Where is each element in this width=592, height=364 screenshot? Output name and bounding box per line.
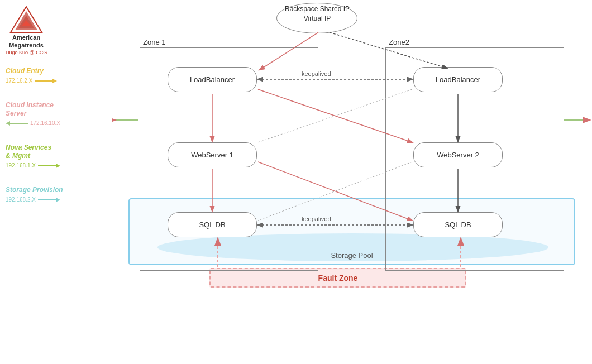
svg-marker-5 (52, 79, 57, 83)
legend-nova: Nova Services& Mgmt 192.168.1.X (6, 143, 63, 169)
zone2-label: Zone2 (389, 38, 409, 46)
cloud-entry-arrow (35, 78, 57, 84)
cloud-instance-title: Cloud InstanceServer (6, 101, 63, 118)
storage-title: Storage Provision (6, 186, 63, 195)
diagram: Rackspace Shared IP Virtual IP Storage P… (112, 0, 592, 364)
cloud-entry-title: Cloud Entry (6, 67, 63, 76)
svg-marker-7 (6, 121, 10, 126)
legend-cloud-entry: Cloud Entry 172.16.2.X (6, 67, 63, 84)
logo-area: AmericanMegatrends Hugo Kuo @ CCG (6, 6, 47, 55)
user-name: Hugo Kuo @ CCG (6, 50, 47, 55)
webserver1-node: WebServer 1 (168, 142, 257, 167)
sqldb2-node: SQL DB (413, 212, 503, 237)
storage-ip: 192.168.2.X (6, 197, 36, 203)
sqldb1-node: SQL DB (168, 212, 257, 237)
logo-icon (9, 6, 43, 33)
nova-ip: 192.168.1.X (6, 162, 36, 169)
svg-marker-9 (56, 164, 60, 168)
zone1-label: Zone 1 (143, 38, 165, 46)
company-name: AmericanMegatrends (9, 33, 44, 50)
svg-marker-11 (56, 198, 60, 202)
fault-zone: Fault Zone (209, 268, 466, 288)
webserver2-node: WebServer 2 (413, 142, 503, 167)
vip-label: Rackspace Shared IP Virtual IP (285, 4, 350, 23)
loadbalancer1-node: LoadBalancer (168, 67, 257, 92)
legend: Cloud Entry 172.16.2.X Cloud InstanceSer… (6, 67, 63, 220)
legend-storage: Storage Provision 192.168.2.X (6, 186, 63, 203)
nova-arrow (38, 162, 60, 169)
cloud-instance-ip: 172.16.10.X (30, 120, 60, 126)
loadbalancer2-node: LoadBalancer (413, 67, 503, 92)
cloud-entry-ip: 172.16.2.X (6, 78, 32, 84)
nova-title: Nova Services& Mgmt (6, 143, 63, 161)
storage-arrow (38, 197, 60, 203)
legend-cloud-instance: Cloud InstanceServer 172.16.10.X (6, 101, 63, 127)
cloud-instance-arrow (6, 120, 28, 127)
